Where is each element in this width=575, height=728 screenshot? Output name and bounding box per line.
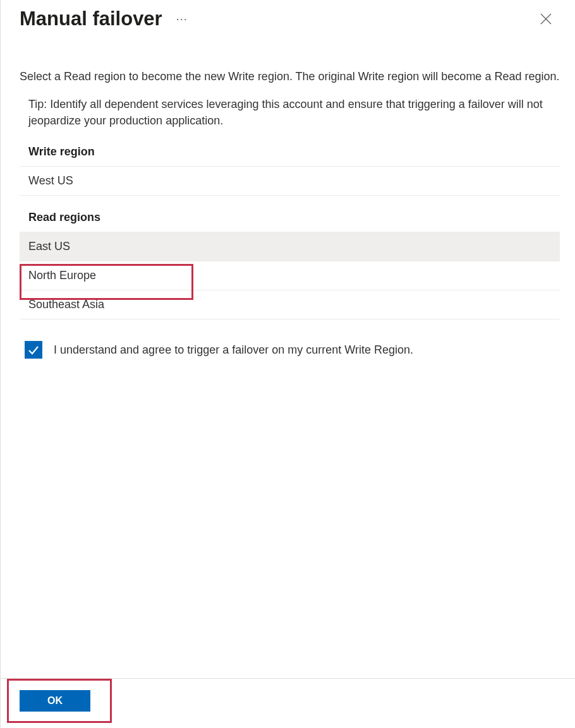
read-region-row-east-us[interactable]: East US <box>20 232 560 261</box>
write-region-header: Write region <box>20 145 560 167</box>
close-button[interactable] <box>536 9 556 29</box>
more-actions-button[interactable]: ··· <box>176 13 188 26</box>
consent-text: I understand and agree to trigger a fail… <box>54 343 413 357</box>
tip-text: Tip: Identify all dependent services lev… <box>20 96 560 129</box>
panel-footer: OK <box>1 678 575 728</box>
manual-failover-panel: Manual failover ··· Select a Read region… <box>1 0 575 728</box>
read-region-row-north-europe[interactable]: North Europe <box>20 261 560 290</box>
region-name: Southeast Asia <box>28 298 104 311</box>
read-region-row-southeast-asia[interactable]: Southeast Asia <box>20 290 560 319</box>
close-icon <box>540 13 552 25</box>
consent-row: I understand and agree to trigger a fail… <box>20 341 560 359</box>
region-name: North Europe <box>28 269 96 282</box>
instruction-text: Select a Read region to become the new W… <box>20 68 560 85</box>
panel-title: Manual failover <box>20 8 162 30</box>
checkmark-icon <box>27 343 40 356</box>
consent-checkbox[interactable] <box>25 341 42 359</box>
panel-header: Manual failover ··· <box>1 0 575 37</box>
ok-button[interactable]: OK <box>20 690 90 712</box>
panel-content: Select a Read region to become the new W… <box>1 37 575 678</box>
write-region-row: West US <box>20 167 560 196</box>
read-regions-header: Read regions <box>20 211 560 232</box>
region-name: East US <box>28 240 70 253</box>
